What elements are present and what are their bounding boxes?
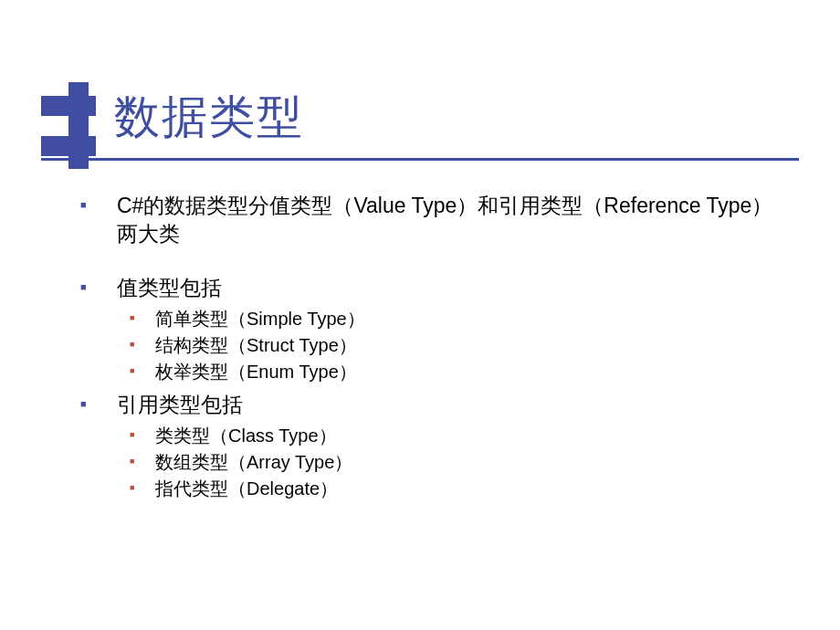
list-item-text: 指代类型（Delegate） [155, 478, 338, 499]
list-item-text: 结构类型（Struct Type） [155, 335, 357, 355]
list-item-text: 值类型包括 [117, 276, 222, 299]
list-item: 简单类型（Simple Type） [117, 306, 785, 332]
spacer [73, 254, 785, 274]
title-underline [41, 158, 799, 161]
sub-list: 类类型（Class Type） 数组类型（Array Type） 指代类型（De… [117, 423, 785, 502]
list-item-text: 简单类型（Simple Type） [155, 309, 365, 329]
list-item: 数组类型（Array Type） [117, 449, 785, 476]
list-item: 结构类型（Struct Type） [117, 332, 785, 359]
list-item-text: 引用类型包括 [117, 393, 243, 416]
list-item: 指代类型（Delegate） [117, 476, 785, 502]
slide-title: 数据类型 [114, 87, 304, 148]
list-item: 值类型包括 简单类型（Simple Type） 结构类型（Struct Type… [73, 274, 785, 385]
list-item: C#的数据类型分值类型（Value Type）和引用类型（Reference T… [73, 192, 785, 248]
slide-content: C#的数据类型分值类型（Value Type）和引用类型（Reference T… [0, 183, 840, 502]
list-item-text: 枚举类型（Enum Type） [155, 362, 357, 382]
list-item-text: C#的数据类型分值类型（Value Type）和引用类型（Reference T… [117, 194, 772, 246]
list-item-text: 类类型（Class Type） [155, 425, 337, 446]
list-item: 引用类型包括 类类型（Class Type） 数组类型（Array Type） … [73, 391, 785, 502]
decoration-bar [68, 82, 89, 169]
list-item: 类类型（Class Type） [117, 423, 785, 449]
list-item-text: 数组类型（Array Type） [155, 452, 352, 472]
title-area: 数据类型 [0, 0, 840, 183]
bullet-list: C#的数据类型分值类型（Value Type）和引用类型（Reference T… [73, 192, 785, 502]
sub-list: 简单类型（Simple Type） 结构类型（Struct Type） 枚举类型… [117, 306, 785, 385]
list-item: 枚举类型（Enum Type） [117, 359, 785, 385]
